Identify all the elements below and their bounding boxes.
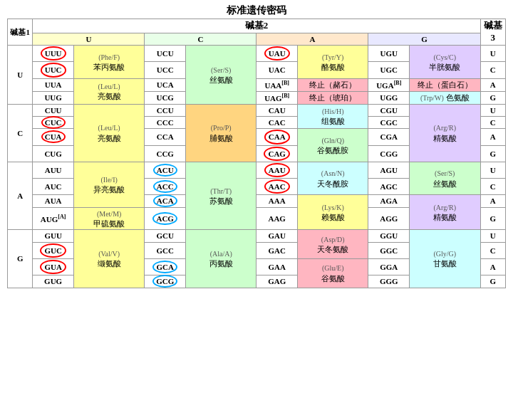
base1-a: A xyxy=(8,162,33,229)
amino-hish: (His/H)组氨酸 xyxy=(297,104,368,129)
codon-table: 碱基1 碱基2 碱基3 U C A G U UUU (Phe/F)苯丙氨酸 UC… xyxy=(7,19,506,288)
codon-cac: CAC xyxy=(256,116,298,128)
codon-agc: AGC xyxy=(368,179,410,195)
codon-ucc: UCC xyxy=(145,62,186,78)
codon-gca: GCA xyxy=(145,258,186,275)
col-header-a: A xyxy=(256,33,368,45)
codon-ucu: UCU xyxy=(145,46,186,62)
amino-asnn: (Asn/N)天冬酰胺 xyxy=(297,162,368,195)
amino-lysk: (Lys/K)赖氨酸 xyxy=(297,195,368,230)
amino-ilei: (Ile/I)异亮氨酸 xyxy=(73,162,145,207)
codon-uua: UUA xyxy=(33,78,74,91)
codon-agu: AGU xyxy=(368,162,410,178)
amino-prop: (Pro/P)脯氨酸 xyxy=(185,104,256,162)
codon-ucg: UCG xyxy=(145,91,186,104)
codon-agg: AGG xyxy=(368,207,410,230)
codon-auc: AUC xyxy=(33,179,74,195)
base1-c: C xyxy=(8,104,33,162)
base3-a1: A xyxy=(480,78,505,91)
amino-metm: (Met/M)甲硫氨酸 xyxy=(73,207,145,230)
base3-c2: C xyxy=(480,116,505,128)
amino-phef: (Phe/F)苯丙氨酸 xyxy=(73,46,145,79)
codon-aca: ACA xyxy=(145,195,186,207)
amino-argr: (Arg/R)精氨酸 xyxy=(409,104,480,162)
codon-acc: ACC xyxy=(145,179,186,195)
table-row: A AUU (Ile/I)异亮氨酸 ACU (Thr/T)苏氨酸 AAU (As… xyxy=(8,162,506,178)
codon-guc: GUC xyxy=(33,242,74,258)
codon-gag: GAG xyxy=(256,275,298,288)
codon-uca: UCA xyxy=(145,78,186,91)
amino-leul: (Leu/L)亮氨酸 xyxy=(73,78,145,104)
amino-stop-amber2: 终止（琥珀） xyxy=(297,91,368,104)
codon-uau: UAU xyxy=(256,46,298,62)
table-row: UUA (Leu/L)亮氨酸 UCA UAA[B] 终止（赭石） UGA[B] … xyxy=(8,78,506,91)
base3-a4: A xyxy=(480,258,505,275)
codon-ccg: CCG xyxy=(145,145,186,162)
codon-cuu: CUU xyxy=(33,104,74,116)
codon-ugu: UGU xyxy=(368,46,410,62)
codon-gcc: GCC xyxy=(145,242,186,258)
table-row: U UUU (Phe/F)苯丙氨酸 UCU (Ser/S)丝氨酸 UAU (Ty… xyxy=(8,46,506,62)
codon-gcg: GCG xyxy=(145,275,186,288)
codon-acu: ACU xyxy=(145,162,186,178)
amino-stop-amber: 终止（赭石） xyxy=(297,78,368,91)
amino-leul2: (Leu/L)亮氨酸 xyxy=(73,104,145,162)
amino-glnq: (Gln/Q)谷氨酰胺 xyxy=(297,129,368,162)
codon-cgc: CGC xyxy=(368,116,410,128)
base3-u2: U xyxy=(480,104,505,116)
base2-header: 碱基2 xyxy=(33,19,480,33)
codon-cug: CUG xyxy=(33,145,74,162)
codon-uac: UAC xyxy=(256,62,298,78)
codon-gau: GAU xyxy=(256,230,298,242)
codon-ugg: UGG xyxy=(368,91,410,104)
base1-g: G xyxy=(8,230,33,288)
codon-acg: ACG xyxy=(145,207,186,230)
table-row: G GUU (Val/V)缬氨酸 GCU (Ala/A)丙氨酸 GAU (Asp… xyxy=(8,230,506,242)
codon-auu: AUU xyxy=(33,162,74,178)
codon-aau: AAU xyxy=(256,162,298,178)
col-header-u: U xyxy=(33,33,145,45)
codon-ugc: UGC xyxy=(368,62,410,78)
codon-cau: CAU xyxy=(256,104,298,116)
codon-gcu: GCU xyxy=(145,230,186,242)
codon-guu: GUU xyxy=(33,230,74,242)
codon-aga: AGA xyxy=(368,195,410,207)
amino-trpw: (Trp/W) 色氨酸 xyxy=(409,91,480,104)
base3-a2: A xyxy=(480,129,505,145)
base3-u3: U xyxy=(480,162,505,178)
amino-stop-opal: 终止（蛋白石） xyxy=(409,78,480,91)
base3-c4: C xyxy=(480,242,505,258)
codon-uag: UAG[B] xyxy=(256,91,298,104)
codon-ccc: CCC xyxy=(145,116,186,128)
base3-header: 碱基3 xyxy=(480,19,505,46)
amino-glyg: (Gly/G)甘氨酸 xyxy=(409,230,480,288)
codon-caa: CAA xyxy=(256,129,298,145)
codon-ggg: GGG xyxy=(368,275,410,288)
amino-argr2: (Arg/R)精氨酸 xyxy=(409,195,480,230)
codon-ccu: CCU xyxy=(145,104,186,116)
base3-g4: G xyxy=(480,275,505,288)
amino-glue: (Glu/E)谷氨酸 xyxy=(297,258,368,288)
amino-aspd: (Asp/D)天冬氨酸 xyxy=(297,230,368,259)
amino-cysc: (Cys/C)半胱氨酸 xyxy=(409,46,480,79)
amino-valv: (Val/V)缬氨酸 xyxy=(73,230,145,288)
col-header-c: C xyxy=(145,33,256,45)
codon-cuc: CUC xyxy=(33,116,74,128)
codon-aaa: AAA xyxy=(256,195,298,207)
codon-cgg: CGG xyxy=(368,145,410,162)
base1-u: U xyxy=(8,46,33,105)
table-row: C CUU (Leu/L)亮氨酸 CCU (Pro/P)脯氨酸 CAU (His… xyxy=(8,104,506,116)
codon-uaa: UAA[B] xyxy=(256,78,298,91)
codon-gaa: GAA xyxy=(256,258,298,275)
col-header-g: G xyxy=(368,33,480,45)
codon-cag: CAG xyxy=(256,145,298,162)
base3-g2: G xyxy=(480,145,505,162)
codon-cua: CUA xyxy=(33,129,74,145)
codon-gac: GAC xyxy=(256,242,298,258)
codon-uuc: UUC xyxy=(33,62,74,78)
codon-gga: GGA xyxy=(368,258,410,275)
amino-thrt: (Thr/T)苏氨酸 xyxy=(185,162,256,229)
codon-gua: GUA xyxy=(33,258,74,275)
amino-sers2: (Ser/S)丝氨酸 xyxy=(409,162,480,195)
codon-aac: AAC xyxy=(256,179,298,195)
